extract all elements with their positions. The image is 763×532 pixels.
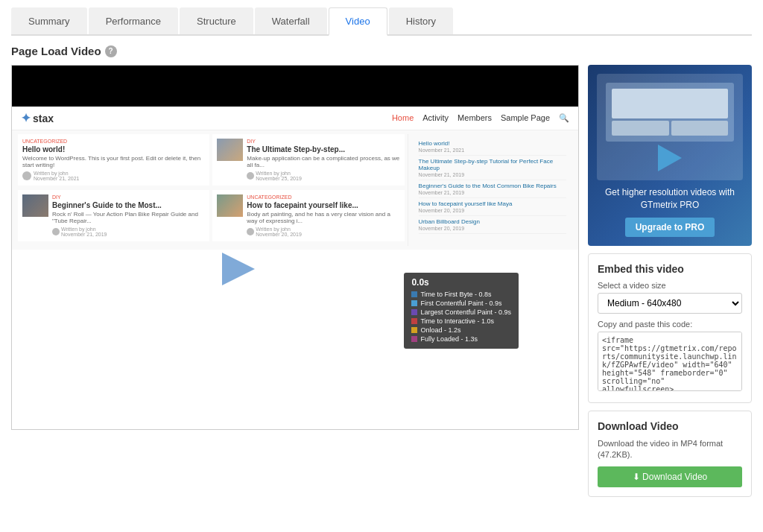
promo-icon-container [597, 74, 743, 180]
sidebar-post: Hello world! November 21, 2021 [419, 138, 566, 156]
tab-performance[interactable]: Performance [89, 7, 178, 34]
play-overlay-button[interactable] [222, 253, 255, 285]
right-panel: Get higher resolution videos with GTmetr… [588, 65, 752, 497]
main-layout: ✦ stax Home Activity Members Sample Page… [11, 65, 752, 497]
code-label: Copy and paste this code: [598, 320, 742, 329]
tooltip-label: Largest Contentful Paint - 0.9s [420, 308, 511, 316]
tooltip-item: First Contentful Paint - 0.9s [411, 300, 511, 307]
tooltip-label: Time to Interactive - 1.0s [420, 317, 494, 325]
tooltip-item: Onload - 1.2s [411, 326, 511, 334]
logo-star-icon: ✦ [21, 111, 31, 125]
post-meta: Written by johnNovember 21, 2019 [61, 227, 107, 237]
post-excerpt: Body art painting, and he has a very cle… [247, 211, 399, 224]
post-title: Hello world! [22, 145, 205, 153]
post-card: UNCATEGORIZED How to facepaint yourself … [212, 190, 404, 241]
post-title: The Ultimate Step-by-step... [247, 145, 399, 153]
site-header: ✦ stax Home Activity Members Sample Page… [12, 107, 578, 130]
download-section: Download Video Download the video in MP4… [588, 411, 752, 498]
post-category: DIY [52, 194, 205, 200]
tooltip-item: Time to Interactive - 1.0s [411, 317, 511, 325]
tooltip-label: Time to First Byte - 0.8s [420, 291, 491, 298]
tooltip-time: 0.0s [411, 277, 511, 288]
post-meta: Written by johnNovember 20, 2019 [256, 227, 301, 237]
post-excerpt: Make-up application can be a complicated… [247, 155, 399, 168]
tooltip-label: Onload - 1.2s [420, 326, 460, 334]
search-icon[interactable]: 🔍 [559, 113, 569, 123]
embed-section: Embed this video Select a video size Sma… [588, 253, 752, 403]
nav-activity[interactable]: Activity [422, 113, 449, 123]
video-section: ✦ stax Home Activity Members Sample Page… [11, 65, 579, 497]
tab-video[interactable]: Video [329, 7, 387, 36]
sidebar-post: How to facepaint yourself like Maya Nove… [419, 198, 566, 216]
post-category: DIY [247, 139, 399, 144]
video-wrapper: ✦ stax Home Activity Members Sample Page… [11, 65, 579, 430]
promo-text: Get higher resolution videos with GTmetr… [597, 186, 743, 212]
tab-bar: Summary Performance Structure Waterfall … [11, 7, 752, 36]
post-title: How to facepaint yourself like... [247, 201, 399, 209]
sidebar-posts: Hello world! November 21, 2021 The Ultim… [413, 134, 572, 238]
tooltip-item: Time to First Byte - 0.8s [411, 291, 511, 298]
video-black-top [12, 66, 578, 107]
nav-home[interactable]: Home [392, 113, 414, 123]
sidebar-post: The Ultimate Step-by-step Tutorial for P… [419, 156, 566, 180]
video-size-label: Select a video size [598, 281, 742, 290]
tooltip-item: Fully Loaded - 1.3s [411, 335, 511, 343]
post-category: UNCATEGORIZED [247, 194, 399, 200]
nav-sample[interactable]: Sample Page [501, 113, 550, 123]
pro-promo: Get higher resolution videos with GTmetr… [588, 65, 752, 246]
post-meta: Written by johnNovember 25, 2019 [256, 171, 301, 181]
logo-text: stax [33, 113, 54, 124]
post-excerpt: Welcome to WordPress. This is your first… [22, 155, 205, 168]
nav-members[interactable]: Members [458, 113, 492, 123]
page-title: Page Load Video ? [11, 45, 752, 57]
post-excerpt: Rock n' Roll — Your Action Plan Bike Rep… [52, 211, 205, 224]
post-card: DIY Beginner's Guide to the Most... Rock… [18, 190, 209, 241]
timeline-tooltip: 0.0s Time to First Byte - 0.8s First Con… [404, 273, 519, 349]
tab-summary[interactable]: Summary [11, 7, 87, 34]
site-logo: ✦ stax [21, 111, 54, 125]
download-description: Download the video in MP4 format (47.2KB… [598, 438, 742, 461]
download-button[interactable]: ⬇ Download Video [598, 466, 742, 487]
video-size-select[interactable]: Small - 320x240 Medium - 640x480 Large -… [598, 293, 742, 314]
post-card: DIY The Ultimate Step-by-step... Make-up… [212, 134, 404, 186]
video-content: ✦ stax Home Activity Members Sample Page… [12, 107, 578, 430]
download-title: Download Video [598, 420, 742, 432]
promo-play-icon [658, 145, 682, 171]
tab-waterfall[interactable]: Waterfall [255, 7, 327, 34]
post-card: UNCATEGORIZED Hello world! Welcome to Wo… [18, 134, 209, 186]
sidebar-post: Beginner's Guide to the Most Common Bike… [419, 180, 566, 198]
embed-code-textarea[interactable]: <iframe src="https://gtmetrix.com/report… [598, 332, 742, 391]
sidebar-post: Urban Billboard Design November 20, 2019 [419, 216, 566, 234]
site-nav: Home Activity Members Sample Page 🔍 [392, 113, 569, 123]
tooltip-label: First Contentful Paint - 0.9s [420, 300, 501, 307]
tab-structure[interactable]: Structure [180, 7, 253, 34]
post-title: Beginner's Guide to the Most... [52, 201, 205, 209]
tooltip-label: Fully Loaded - 1.3s [420, 335, 478, 343]
help-icon[interactable]: ? [105, 45, 117, 57]
tooltip-item: Largest Contentful Paint - 0.9s [411, 308, 511, 316]
upgrade-button[interactable]: Upgrade to PRO [625, 218, 715, 237]
post-category: UNCATEGORIZED [22, 139, 205, 144]
embed-title: Embed this video [598, 263, 742, 275]
post-meta: Written by johnNovember 21, 2021 [34, 171, 79, 181]
tab-history[interactable]: History [389, 7, 453, 34]
